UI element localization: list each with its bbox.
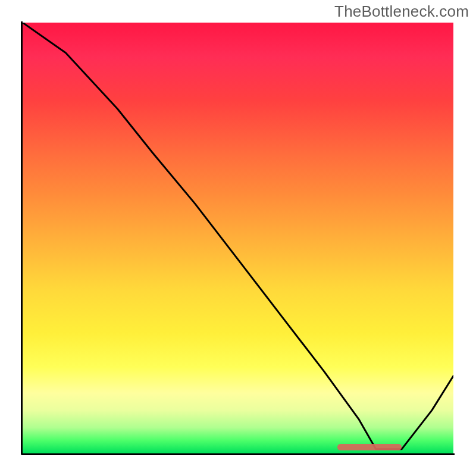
y-axis-line — [21, 21, 23, 455]
chart-container: TheBottleneck.com — [0, 0, 476, 476]
optimal-range-marker — [337, 444, 402, 450]
x-axis-line — [21, 453, 455, 455]
watermark-text: TheBottleneck.com — [334, 2, 469, 21]
plot-gradient-area — [23, 23, 453, 453]
